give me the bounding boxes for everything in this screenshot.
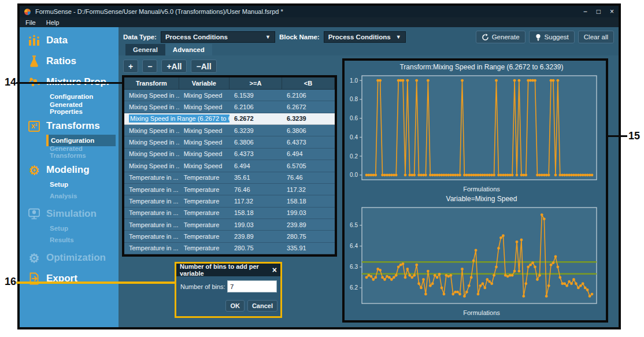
chart-plot: 6.26.36.46.5 xyxy=(345,204,601,307)
table-row[interactable]: Temperature in ...Temperature280.75335.9… xyxy=(124,243,335,254)
table-row[interactable]: Temperature in ...Temperature117.32158.1… xyxy=(124,195,335,207)
table-toolbar: +−+All−All xyxy=(123,60,217,73)
table-row[interactable]: Temperature in ...Temperature239.89280.7… xyxy=(124,231,335,242)
title-bar: FormuSense - D:/FormuSense/User Manual/v… xyxy=(20,6,619,17)
cell-b: 6.494 xyxy=(282,149,335,160)
cell-b: 335.91 xyxy=(282,243,335,254)
tab-general[interactable]: General xyxy=(125,44,165,55)
cell-transform: Mixing Speed in ... xyxy=(124,136,179,147)
table-row[interactable]: Temperature in ...Temperature199.03239.8… xyxy=(124,219,335,231)
cell-b: 280.75 xyxy=(282,231,335,242)
cell-b: 6.4373 xyxy=(282,136,335,147)
cell-a: 199.03 xyxy=(230,219,282,230)
svg-text:6.3: 6.3 xyxy=(350,264,358,270)
table-row[interactable]: Temperature in ...Temperature158.18199.0… xyxy=(124,208,335,219)
close-icon[interactable]: × xyxy=(272,265,277,275)
cell-a: 6.494 xyxy=(230,160,282,171)
table-row[interactable]: Mixing Speed in ...Mixing Speed6.15396.2… xyxy=(124,90,335,101)
data-type-dropdown[interactable]: Process Conditions ▼ xyxy=(161,31,275,43)
cell-transform: Mixing Speed in ... xyxy=(124,125,179,136)
gear-icon: ⚙ xyxy=(29,164,40,176)
table-row[interactable]: Mixing Speed in ...Mixing Speed6.21066.2… xyxy=(124,101,335,113)
sidebar-item-label: Results xyxy=(50,236,74,243)
maximize-button[interactable]: □ xyxy=(597,6,601,17)
cell-transform: Mixing Speed in Range (6.2672 to 6.3239) xyxy=(124,113,230,124)
table-row[interactable]: Mixing Speed in ...Mixing Speed6.4946.57… xyxy=(124,160,335,172)
svg-text:0.8: 0.8 xyxy=(350,96,358,102)
remove-row-button[interactable]: − xyxy=(142,60,157,73)
cell-a: 6.3239 xyxy=(230,125,282,136)
table-row[interactable]: Mixing Speed in Range (6.2672 to 6.3239)… xyxy=(124,113,335,125)
cell-a: 6.2106 xyxy=(230,101,282,112)
sidebar-item-configuration[interactable]: Configuration xyxy=(46,91,116,102)
add-row-button[interactable]: + xyxy=(123,60,138,73)
sidebar-item-simulation: Simulation xyxy=(20,205,119,223)
action-buttons: Generate Suggest Clear all xyxy=(476,31,614,43)
svg-text:6.2: 6.2 xyxy=(350,284,358,291)
cell-variable: Temperature xyxy=(179,195,230,206)
cell-b: 239.89 xyxy=(282,219,335,230)
cell-a: 158.18 xyxy=(230,208,282,219)
cell-a: 6.3806 xyxy=(230,136,282,147)
sidebar-item-export[interactable]: Export xyxy=(20,270,119,287)
sidebar-item-setup[interactable]: Setup xyxy=(46,179,116,190)
sidebar-item-label: Generated Properties xyxy=(50,101,116,115)
sidebar-item-label: Ratios xyxy=(46,55,76,67)
column-header-transform: Transform xyxy=(124,77,179,89)
minimize-button[interactable]: − xyxy=(583,6,587,17)
table-row[interactable]: Temperature in ...Temperature35.6176.46 xyxy=(124,172,335,184)
suggest-label: Suggest xyxy=(545,34,569,40)
charts-panel: Transform:Mixing Speed in Range (6.2672 … xyxy=(342,58,608,323)
cell-transform: Temperature in ... xyxy=(124,231,179,242)
table-row[interactable]: Mixing Speed in ...Mixing Speed6.38066.4… xyxy=(124,136,335,148)
table-row[interactable]: Temperature in ...Temperature76.46117.32 xyxy=(124,184,335,195)
cell-variable: Temperature xyxy=(179,231,230,242)
sidebar-item-generated-properties[interactable]: Generated Properties xyxy=(46,102,116,114)
add-all-button[interactable]: +All xyxy=(161,60,187,73)
clear-all-button[interactable]: Clear all xyxy=(578,31,614,43)
tab-strip: GeneralAdvanced xyxy=(125,44,212,55)
column-header-a: >=A xyxy=(230,77,282,89)
transform-chart: Transform:Mixing Speed in Range (6.2672 … xyxy=(345,61,606,192)
ok-button[interactable]: OK xyxy=(225,300,245,312)
table-row[interactable]: Mixing Speed in ...Mixing Speed6.43736.4… xyxy=(124,149,335,160)
main-area: Data Type: Process Conditions ▼ Block Na… xyxy=(119,27,619,327)
table-row[interactable]: Mixing Speed in ...Mixing Speed6.32396.3… xyxy=(124,125,335,136)
callout-15-line xyxy=(606,135,627,137)
block-name-dropdown[interactable]: Process Conditions ▼ xyxy=(324,31,406,43)
cell-b: 158.18 xyxy=(282,195,335,206)
generate-label: Generate xyxy=(492,34,520,40)
chart-title: Transform:Mixing Speed in Range (6.2672 … xyxy=(345,61,606,72)
cell-variable: Temperature xyxy=(179,172,230,183)
sidebar-item-label: Modeling xyxy=(46,164,90,176)
sidebar-item-transforms[interactable]: x²Transforms xyxy=(20,117,119,135)
close-button[interactable]: × xyxy=(610,6,614,17)
lightbulb-icon xyxy=(535,34,542,41)
menu-item-help[interactable]: Help xyxy=(46,19,60,26)
menu-item-file[interactable]: File xyxy=(25,19,36,26)
cell-a: 76.46 xyxy=(230,184,282,195)
sidebar-item-label: Setup xyxy=(50,181,68,188)
tab-advanced[interactable]: Advanced xyxy=(165,44,212,55)
remove-all-button[interactable]: −All xyxy=(191,60,216,73)
callout-16-label: 16 xyxy=(5,276,16,288)
sidebar-item-optimization: ⚙Optimization xyxy=(20,249,119,266)
variable-chart: Variable=Mixing Speed6.26.36.46.5Formula… xyxy=(345,192,606,316)
cell-b: 76.46 xyxy=(282,172,335,183)
suggest-button[interactable]: Suggest xyxy=(529,31,575,43)
sidebar-item-setup: Setup xyxy=(46,223,116,234)
sidebar-item-results: Results xyxy=(46,234,116,246)
cell-variable: Temperature xyxy=(179,243,230,254)
sidebar-item-data[interactable]: Data xyxy=(20,32,119,49)
sidebar-item-configuration[interactable]: Configuration xyxy=(46,135,116,146)
sidebar-item-label: Transforms xyxy=(46,120,100,132)
block-name-value: Process Conditions xyxy=(328,34,391,40)
sidebar-item-label: Setup xyxy=(50,225,68,232)
sidebar-item-modeling[interactable]: ⚙Modeling xyxy=(20,161,119,179)
cancel-button[interactable]: Cancel xyxy=(247,300,277,312)
bins-input[interactable] xyxy=(227,280,277,292)
generate-button[interactable]: Generate xyxy=(476,31,525,43)
cell-a: 239.89 xyxy=(230,231,282,242)
cell-transform: Mixing Speed in ... xyxy=(124,90,179,101)
sidebar-item-ratios[interactable]: Ratios xyxy=(20,53,119,70)
